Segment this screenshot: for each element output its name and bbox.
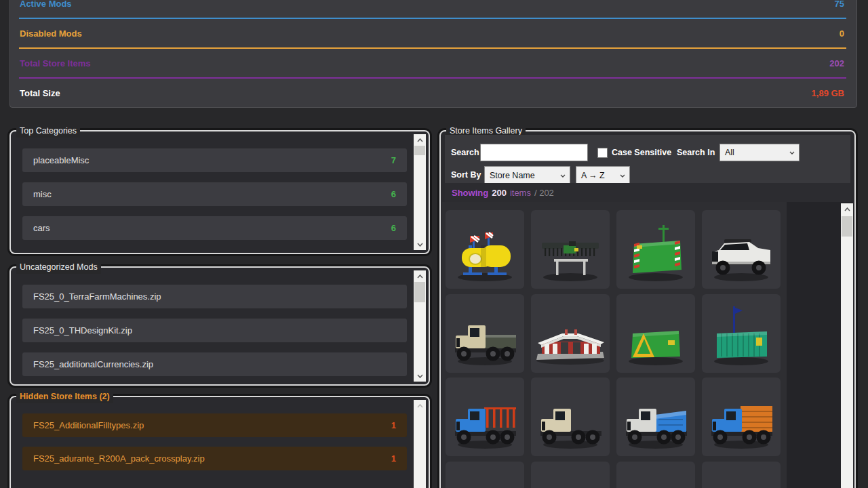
gallery-scrollbar[interactable] (841, 203, 853, 488)
stats-label: Total Store Items (20, 58, 91, 68)
list-item-label: FS25_additionalCurrencies.zip (33, 359, 153, 369)
hidden-store-items-legend: Hidden Store Items (2) (16, 390, 113, 403)
blue-orange-box-truck[interactable] (702, 378, 781, 456)
scroll-up-icon[interactable] (841, 204, 853, 214)
red-white-building-image (531, 294, 610, 373)
list-item-count: 1 (391, 453, 396, 464)
top-categories-group: Top Categories placeableMisc7misc6cars6 (9, 130, 430, 254)
sort-by-label: Sort By (451, 166, 481, 184)
uncategorized-mods-legend: Uncategorized Mods (16, 261, 101, 274)
list-item-label: FS25_adurante_R200A_pack_crossplay.zip (33, 453, 205, 464)
white-suv[interactable] (702, 210, 781, 289)
beige-truck[interactable] (531, 378, 610, 456)
blue-dump-truck[interactable] (616, 378, 695, 456)
scrollbar-thumb[interactable] (414, 146, 425, 155)
scroll-down-icon[interactable] (414, 239, 426, 249)
list-item-label: FS25_AdditionalFilltypes.zip (33, 420, 144, 430)
beige-truck-image (531, 378, 610, 456)
list-item-count: 7 (391, 155, 396, 165)
store-item[interactable] (702, 462, 781, 488)
list-item-count: 1 (391, 420, 396, 430)
list-item-label: FS25_0_TerraFarmMachines.zip (33, 291, 161, 302)
list-item-count: 6 (391, 189, 396, 199)
stats-row: Total Size1,89 GB (19, 79, 846, 107)
list-item-label: placeableMisc (33, 155, 89, 165)
case-sensitive-label: Case Sensitive (612, 144, 671, 161)
list-item[interactable]: FS25_0_THDesignKit.zip (22, 319, 407, 342)
stats-row: Active Mods75 (19, 0, 846, 19)
search-in-select[interactable]: All (719, 144, 800, 161)
scrollbar-thumb[interactable] (842, 216, 852, 237)
list-item-label: cars (33, 223, 50, 233)
scroll-up-icon[interactable] (414, 271, 426, 281)
blue-dump-truck-image (616, 378, 695, 456)
case-sensitive-checkbox[interactable] (597, 148, 608, 158)
list-item-label: misc (33, 189, 52, 199)
gallery-toolbar: Search Case Sensitive Search In All Sort… (445, 135, 850, 183)
store-item[interactable] (531, 462, 610, 488)
search-label: Search (451, 144, 479, 161)
stats-value: 75 (835, 0, 844, 9)
green-container-striped[interactable] (616, 210, 695, 289)
list-item[interactable]: FS25_AdditionalFilltypes.zip1 (22, 413, 407, 437)
stats-value: 202 (829, 58, 844, 68)
search-input[interactable] (480, 144, 588, 161)
list-item[interactable]: placeableMisc7 (22, 148, 407, 172)
scroll-up-icon[interactable] (414, 135, 426, 145)
blue-log-truck[interactable] (446, 378, 524, 456)
sort-by-select[interactable]: Store Name (484, 166, 570, 184)
store-items-gallery-group: Store Items Gallery Search Case Sensitiv… (439, 130, 856, 488)
hidden-items-scrollbar[interactable] (414, 400, 426, 488)
stats-row: Disabled Mods0 (19, 19, 846, 49)
green-container-triangle[interactable] (616, 294, 695, 373)
scrollbar-thumb[interactable] (414, 282, 425, 302)
showing-items-word: items (510, 188, 531, 198)
yellow-sprayer[interactable] (446, 210, 524, 289)
cultivator-on-stand-image (531, 210, 610, 289)
beige-flatbed-truck[interactable] (446, 294, 524, 373)
scroll-down-icon[interactable] (414, 371, 426, 381)
showing-total: / 202 (534, 188, 554, 198)
list-item[interactable]: FS25_adurante_R200A_pack_crossplay.zip1 (22, 447, 407, 470)
teal-container[interactable] (702, 294, 781, 373)
stats-value: 0 (840, 28, 844, 39)
search-in-label: Search In (677, 144, 715, 161)
showing-label: Showing (452, 188, 488, 198)
stats-label: Active Mods (20, 0, 72, 9)
store-item[interactable] (616, 462, 695, 488)
hidden-store-items-group: Hidden Store Items (2) FS25_AdditionalFi… (9, 396, 430, 488)
top-categories-scrollbar[interactable] (414, 134, 426, 250)
list-item[interactable]: FS25_additionalCurrencies.zip (22, 352, 407, 376)
uncategorized-mods-group: Uncategorized Mods FS25_0_TerraFarmMachi… (9, 266, 430, 386)
beige-flatbed-truck-image (446, 294, 524, 373)
green-container-striped-image (616, 210, 695, 289)
cultivator-on-stand[interactable] (531, 210, 610, 289)
list-item[interactable]: FS25_0_TerraFarmMachines.zip (22, 285, 407, 308)
list-item[interactable]: misc6 (22, 182, 407, 206)
store-item[interactable] (446, 462, 524, 488)
green-container-triangle-image (616, 294, 695, 373)
showing-status: Showing 200 items / 202 (445, 183, 850, 202)
scroll-up-icon[interactable] (414, 401, 426, 411)
red-white-building[interactable] (531, 294, 610, 373)
sort-order-select[interactable]: A → Z (576, 166, 630, 184)
list-item-label: FS25_0_THDesignKit.zip (33, 325, 132, 336)
top-categories-legend: Top Categories (16, 125, 80, 138)
showing-count: 200 (492, 188, 507, 198)
uncategorized-scrollbar[interactable] (414, 270, 426, 382)
list-item[interactable]: cars6 (22, 216, 407, 240)
stats-label: Total Size (20, 88, 60, 98)
stats-value: 1,89 GB (812, 88, 844, 98)
stats-panel: Active Mods75Disabled Mods0Total Store I… (9, 0, 857, 108)
gallery-grid (442, 202, 853, 488)
stats-label: Disabled Mods (20, 28, 82, 39)
white-suv-image (702, 210, 781, 289)
yellow-sprayer-image (446, 210, 524, 289)
blue-orange-box-truck-image (702, 378, 781, 456)
stats-row: Total Store Items202 (19, 49, 846, 79)
list-item-count: 6 (391, 223, 396, 233)
blue-log-truck-image (446, 378, 524, 456)
teal-container-image (702, 294, 781, 373)
